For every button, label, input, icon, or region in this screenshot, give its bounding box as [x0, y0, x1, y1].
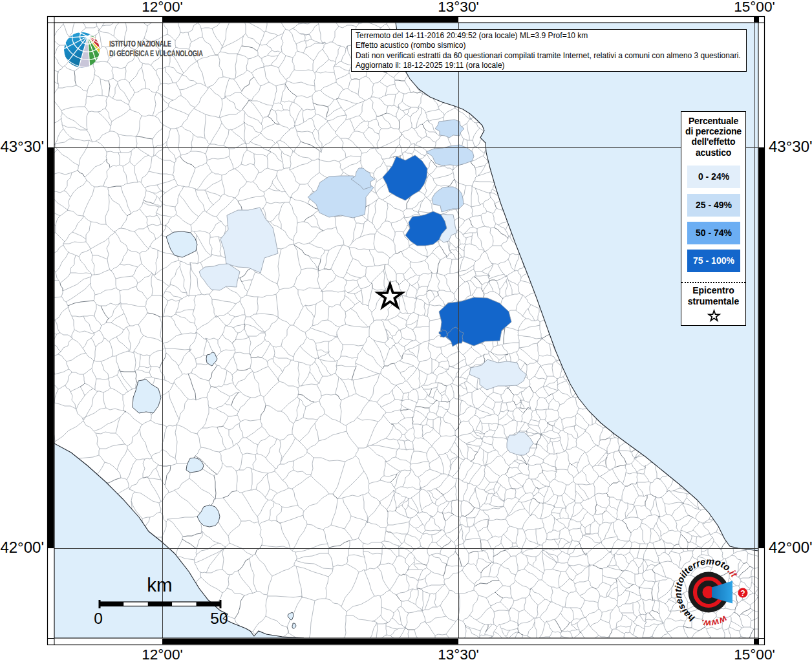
svg-text:0: 0 — [94, 610, 103, 627]
svg-text:km: km — [147, 574, 172, 595]
svg-text:50: 50 — [210, 610, 228, 627]
svg-text:?: ? — [740, 589, 745, 598]
